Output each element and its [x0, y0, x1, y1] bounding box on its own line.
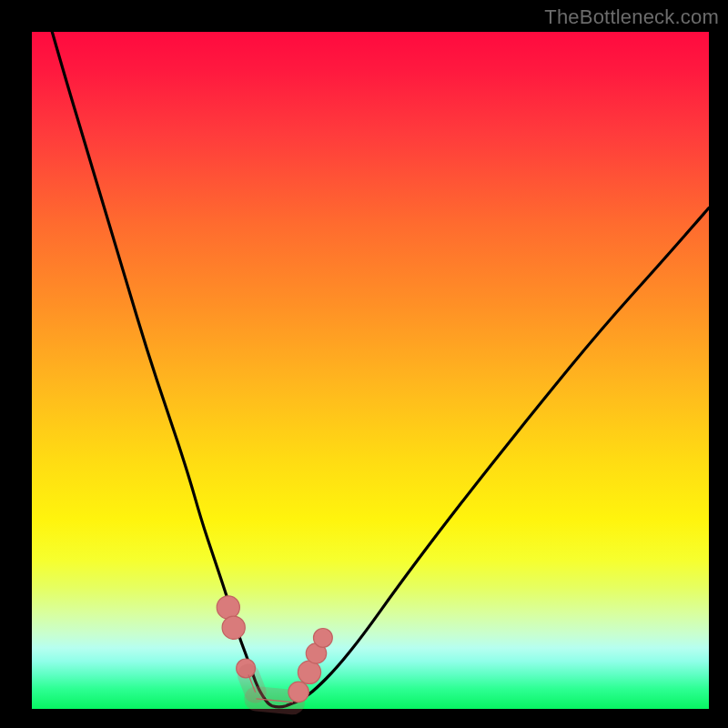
trough-marker [217, 596, 239, 619]
plot-area [32, 32, 709, 709]
chart-svg [32, 32, 709, 709]
trough-marker [314, 629, 333, 648]
outer-frame: TheBottleneck.com [0, 0, 728, 728]
trough-marker [298, 661, 320, 683]
trough-markers [217, 596, 332, 703]
bottleneck-curve [52, 32, 709, 707]
trough-marker [288, 682, 308, 702]
trough-marker [222, 616, 245, 639]
watermark-text: TheBottleneck.com [544, 5, 719, 29]
